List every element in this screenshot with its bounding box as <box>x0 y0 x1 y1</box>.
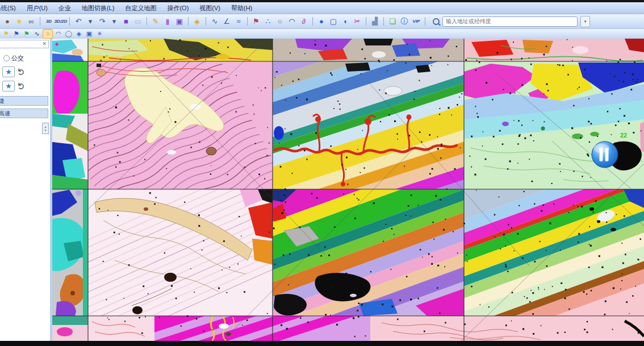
view-3d-icon[interactable]: 3D <box>44 16 54 27</box>
spinner-down-icon[interactable]: ▾ <box>45 128 47 132</box>
end-favorite-button[interactable]: ★ <box>2 81 15 91</box>
start-point-row: 起点: ★ ↻ <box>0 65 50 79</box>
angle-icon[interactable]: ∠ <box>221 16 232 27</box>
toolbar-separator <box>383 17 384 26</box>
pencil-icon[interactable]: ✎ <box>150 16 161 27</box>
swap-end-icon[interactable]: ↻ <box>16 82 27 91</box>
app-window: 系统(S)用户(U)企业地图切换(L)自定义地图操作(O)视图(V)帮助(H) … <box>0 0 644 346</box>
toolbar-separator <box>312 17 313 26</box>
close-icon[interactable]: ✕ <box>42 41 47 47</box>
toolbar-separator <box>366 17 366 26</box>
fastest-route-option[interactable]: 最快捷 <box>0 96 48 106</box>
flag-route-icon[interactable]: ⚑ <box>251 16 261 27</box>
toolbar-separator <box>147 17 147 26</box>
toolbar-draw: ⚑⚑⚑∿○◠◯◈▣✳ <box>0 29 644 39</box>
undo-dropdown-icon[interactable]: ▾ <box>85 16 95 27</box>
toolbar-separator <box>69 17 70 26</box>
circle-draw-icon[interactable]: ○ <box>43 29 53 39</box>
search-dropdown-button[interactable]: ▾ <box>580 16 590 27</box>
ellipse-icon[interactable]: ◖ <box>340 16 350 27</box>
map-point-label: 22 <box>620 132 627 139</box>
scissors-icon[interactable]: ✂ <box>352 16 362 27</box>
scatter-route-icon[interactable]: ∴ <box>263 16 273 27</box>
route-panel-header: ✕ <box>0 40 49 48</box>
menu-item-7[interactable]: 帮助(H) <box>231 4 252 12</box>
capsule-icon[interactable]: ▮ <box>162 16 173 27</box>
option-spinner[interactable]: ▴ ▾ <box>42 123 49 134</box>
search-input[interactable] <box>442 16 578 27</box>
sphere-icon[interactable]: ● <box>316 16 327 27</box>
map-marker-icon[interactable]: ◈ <box>192 16 202 27</box>
redo-dropdown-icon[interactable]: ▾ <box>109 16 119 27</box>
diamond-handles-icon[interactable]: ◈ <box>74 30 83 38</box>
ellipse-draw-icon[interactable]: ◯ <box>64 30 73 38</box>
no-highway-option[interactable]: 不走高速 <box>0 109 48 118</box>
toggle-2d-3d-icon[interactable]: 3D/2D <box>56 16 66 27</box>
rounded-rect-icon[interactable]: ▢ <box>328 16 338 27</box>
freeline-icon[interactable]: ∿ <box>32 30 41 38</box>
select-rect-icon[interactable]: ▭ <box>133 16 143 27</box>
arc-tool-icon[interactable]: ◠ <box>287 16 297 27</box>
menu-item-6[interactable]: 视图(V) <box>199 4 220 12</box>
pin-blue-icon[interactable]: ⚑ <box>12 30 21 38</box>
map-tile-c: 22 <box>464 61 644 189</box>
burst-icon[interactable]: ✳ <box>95 30 104 38</box>
stats-icon[interactable]: ▟ <box>370 16 380 27</box>
cube-icon[interactable]: ■ <box>121 16 131 27</box>
map-top-strip <box>88 39 644 61</box>
main-body: ✕ 驾车 公交 起点: ★ ↻ 终点: ★ ↻ <box>0 39 644 341</box>
search-icon <box>433 18 440 25</box>
menu-item-3[interactable]: 地图切换(L) <box>82 4 114 12</box>
undo-icon[interactable]: ↶ <box>73 16 83 27</box>
menu-item-0[interactable]: 系统(S) <box>0 4 16 12</box>
toolbar-separator <box>247 17 248 26</box>
end-point-row: 终点: ★ ↻ <box>0 79 50 93</box>
mode-row: 驾车 公交 <box>0 48 50 65</box>
toolbar-separator <box>188 17 189 26</box>
screen-icon[interactable]: ▣ <box>174 16 185 27</box>
swap-start-icon[interactable]: ↻ <box>16 68 27 77</box>
mode-transit-option[interactable]: 公交 <box>3 54 24 62</box>
sidebar: ✕ 驾车 公交 起点: ★ ↻ 终点: ★ ↻ <box>0 39 52 341</box>
menu-item-5[interactable]: 操作(O) <box>167 4 189 12</box>
menu-item-1[interactable]: 用户(U) <box>27 4 48 12</box>
mode-transit-label: 公交 <box>11 54 24 62</box>
favorites-star-icon[interactable]: ★ <box>14 16 24 27</box>
pause-button[interactable] <box>592 141 618 168</box>
map-area[interactable]: 22 <box>52 39 644 341</box>
pin-green-icon[interactable]: ⚑ <box>22 30 31 38</box>
arc-draw-icon[interactable]: ◠ <box>54 30 63 38</box>
info-icon[interactable]: ⓘ <box>399 16 409 27</box>
pin-yellow-icon[interactable]: ⚑ <box>2 30 11 38</box>
curve-icon[interactable]: ≈ <box>233 16 244 27</box>
toolbar-main: ●★∞3D3D/2D↶▾↷▾■▭✎▮▣◈∿∠≈⚑∴○◠∂●▢◖✂▟❏ⓘVIP ▾ <box>0 14 644 29</box>
polyline-icon[interactable]: ∿ <box>210 16 220 27</box>
radio-icon[interactable] <box>3 55 10 61</box>
binoculars-icon[interactable]: ∞ <box>26 16 36 27</box>
menu-item-4[interactable]: 自定义地图 <box>125 4 156 12</box>
toolbar-separator <box>425 17 425 26</box>
start-favorite-button[interactable]: ★ <box>2 66 15 77</box>
vip-icon[interactable]: VIP <box>411 16 421 27</box>
map-left-strip <box>52 39 88 341</box>
user-icon[interactable]: ● <box>2 16 12 27</box>
toolbar-main-icons: ●★∞3D3D/2D↶▾↷▾■▭✎▮▣◈∿∠≈⚑∴○◠∂●▢◖✂▟❏ⓘVIP <box>2 16 427 27</box>
closed-curve-icon[interactable]: ∂ <box>299 16 309 27</box>
pause-icon <box>600 148 603 161</box>
menu-item-2[interactable]: 企业 <box>58 4 71 12</box>
circle-tool-icon[interactable]: ○ <box>275 16 285 27</box>
route-panel: ✕ 驾车 公交 起点: ★ ↻ 终点: ★ ↻ <box>0 40 50 118</box>
window-bottom-edge <box>0 341 644 346</box>
search-wrap: ▾ <box>433 16 590 27</box>
map-canvas[interactable]: 22 <box>52 39 644 341</box>
redo-icon[interactable]: ↷ <box>97 16 107 27</box>
menubar: 系统(S)用户(U)企业地图切换(L)自定义地图操作(O)视图(V)帮助(H) <box>0 2 644 14</box>
rect-handles-icon[interactable]: ▣ <box>85 30 94 38</box>
toolbar-separator <box>206 17 206 26</box>
toolbar-separator <box>40 17 40 26</box>
feedback-icon[interactable]: ❏ <box>387 16 398 27</box>
